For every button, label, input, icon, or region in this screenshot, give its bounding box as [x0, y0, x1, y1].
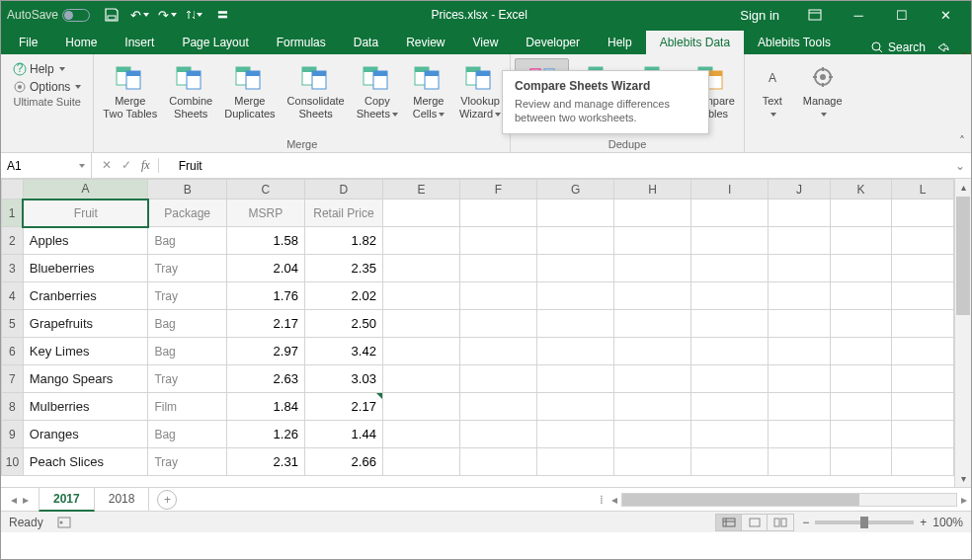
cell[interactable]: 1.58 [226, 227, 304, 255]
cell[interactable]: 2.02 [304, 282, 382, 310]
minimize-icon[interactable]: ─ [839, 1, 878, 29]
cell[interactable] [691, 310, 769, 338]
cell[interactable] [382, 255, 459, 282]
scroll-thumb[interactable] [956, 197, 970, 315]
col-header-I[interactable]: I [691, 180, 769, 200]
cell[interactable] [614, 338, 691, 365]
sheet-tab-2017[interactable]: 2017 [39, 488, 95, 512]
zoom-out-button[interactable]: − [802, 516, 809, 529]
undo-icon[interactable]: ↶ [131, 7, 147, 23]
sheet-nav-prev-icon[interactable]: ◂ [11, 493, 17, 507]
options-button[interactable]: Options [13, 80, 81, 94]
cell[interactable]: 1.76 [226, 282, 304, 310]
redo-icon[interactable]: ↷ [159, 7, 175, 23]
cell[interactable]: Grapefruits [23, 310, 148, 338]
cell[interactable]: 2.66 [304, 448, 382, 476]
cell[interactable] [892, 421, 954, 448]
cell[interactable]: 1.44 [304, 421, 382, 448]
save-icon[interactable] [104, 7, 120, 23]
tab-ablebits-tools[interactable]: Ablebits Tools [744, 31, 845, 54]
tab-help[interactable]: Help [594, 31, 646, 54]
row-header-4[interactable]: 4 [2, 282, 24, 310]
cell[interactable] [537, 200, 614, 227]
cell[interactable] [382, 393, 459, 421]
cell[interactable] [459, 282, 536, 310]
cell[interactable]: 2.17 [304, 393, 382, 421]
cell[interactable] [691, 421, 769, 448]
cell[interactable]: 2.04 [226, 255, 304, 282]
cell[interactable] [769, 255, 831, 282]
cell[interactable] [691, 282, 769, 310]
cell[interactable] [892, 338, 954, 365]
combine-sheets-button[interactable]: CombineSheets [164, 58, 217, 122]
view-pagelayout-icon[interactable] [742, 515, 768, 530]
cell[interactable]: Film [148, 393, 226, 421]
cell[interactable] [691, 200, 769, 227]
cell[interactable] [382, 338, 459, 365]
sort-icon[interactable] [187, 7, 202, 23]
hscroll-right-icon[interactable]: ▸ [961, 493, 967, 507]
row-header-3[interactable]: 3 [2, 255, 24, 282]
customize-qat-icon[interactable]: 〓 [214, 7, 230, 23]
cell[interactable]: Peach Slices [23, 448, 148, 476]
tab-view[interactable]: View [459, 31, 513, 54]
scroll-down-icon[interactable]: ▾ [955, 470, 971, 487]
formula-input[interactable]: Fruit [169, 159, 949, 173]
cell[interactable] [892, 255, 954, 282]
cell[interactable] [830, 338, 892, 365]
cell[interactable] [830, 255, 892, 282]
cell[interactable]: 3.03 [304, 365, 382, 393]
merge-cells-button[interactable]: MergeCells [405, 58, 452, 122]
cell[interactable] [892, 310, 954, 338]
cell[interactable]: 2.63 [226, 365, 304, 393]
header-cell[interactable]: MSRP [226, 200, 304, 227]
cell[interactable] [892, 365, 954, 393]
copy-sheets-button[interactable]: CopySheets [352, 58, 403, 122]
autosave-toggle[interactable]: AutoSave [7, 8, 90, 22]
signin-button[interactable]: Sign in [728, 1, 791, 29]
cell[interactable]: Apples [23, 227, 148, 255]
cell[interactable] [537, 448, 614, 476]
cell[interactable] [459, 365, 536, 393]
cell[interactable] [537, 338, 614, 365]
row-header-5[interactable]: 5 [2, 310, 24, 338]
cell[interactable] [769, 421, 831, 448]
cell[interactable] [769, 448, 831, 476]
cell[interactable] [382, 310, 459, 338]
view-normal-icon[interactable] [716, 515, 742, 530]
tab-developer[interactable]: Developer [512, 31, 594, 54]
tab-review[interactable]: Review [392, 31, 458, 54]
cell[interactable]: Bag [148, 421, 226, 448]
cell[interactable]: Tray [148, 448, 226, 476]
cell[interactable] [537, 421, 614, 448]
cell[interactable] [537, 365, 614, 393]
cell[interactable] [614, 282, 691, 310]
cell[interactable] [614, 227, 691, 255]
row-header-6[interactable]: 6 [2, 338, 24, 365]
search-button[interactable]: Search [871, 40, 926, 54]
col-header-A[interactable]: A [23, 180, 148, 200]
row-header-9[interactable]: 9 [2, 421, 24, 448]
help-button[interactable]: ?Help [13, 62, 65, 76]
cell[interactable]: 1.82 [304, 227, 382, 255]
cell[interactable] [614, 365, 691, 393]
tab-home[interactable]: Home [51, 31, 111, 54]
col-header-E[interactable]: E [382, 180, 459, 200]
cell[interactable] [892, 448, 954, 476]
enter-formula-icon[interactable]: ✓ [122, 158, 131, 173]
merge-two-tables-button[interactable]: MergeTwo Tables [98, 58, 162, 122]
new-sheet-button[interactable]: + [157, 490, 177, 510]
cell[interactable] [769, 282, 831, 310]
grid-table[interactable]: ABCDEFGHIJKL1FruitPackageMSRPRetail Pric… [1, 179, 954, 476]
cell[interactable] [382, 365, 459, 393]
cell[interactable] [769, 338, 831, 365]
zoom-in-button[interactable]: + [920, 516, 927, 529]
cell[interactable]: 3.42 [304, 338, 382, 365]
row-header-7[interactable]: 7 [2, 365, 24, 393]
cell[interactable] [614, 421, 691, 448]
col-header-K[interactable]: K [830, 180, 892, 200]
cell[interactable] [691, 393, 769, 421]
cell[interactable] [459, 255, 536, 282]
tab-data[interactable]: Data [340, 31, 392, 54]
tab-insert[interactable]: Insert [111, 31, 168, 54]
